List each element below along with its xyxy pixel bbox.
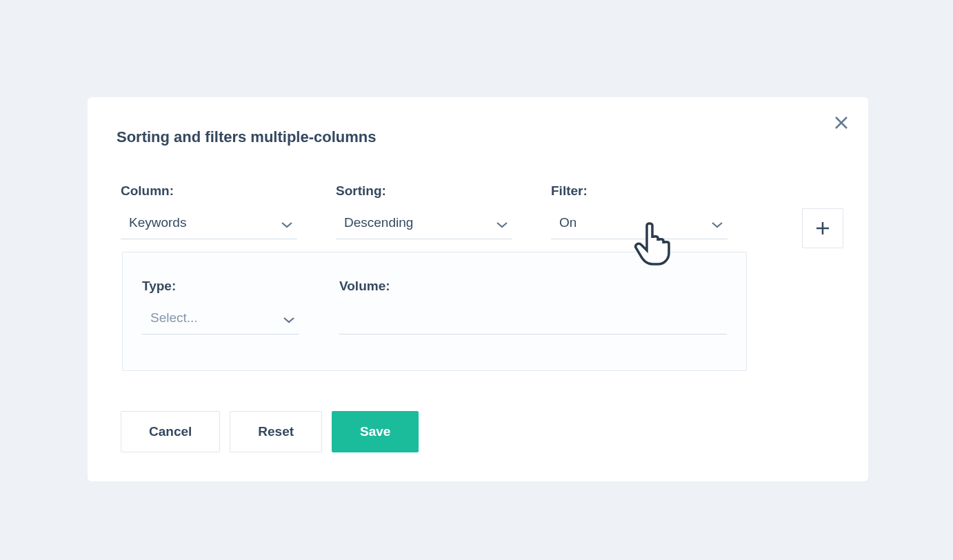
type-label: Type: xyxy=(142,279,299,294)
sorting-value: Descending xyxy=(344,215,413,230)
chevron-down-icon xyxy=(711,219,723,232)
volume-input[interactable] xyxy=(339,306,727,334)
sorting-label: Sorting: xyxy=(336,183,512,199)
chevron-down-icon xyxy=(283,314,295,327)
filter-label: Filter: xyxy=(551,183,728,199)
close-icon xyxy=(834,116,848,130)
column-select[interactable]: Keywords xyxy=(121,211,297,239)
chevron-down-icon xyxy=(496,219,508,232)
sorting-field-group: Sorting: Descending xyxy=(336,183,512,239)
reset-button[interactable]: Reset xyxy=(230,411,322,452)
modal-title: Sorting and filters multiple-columns xyxy=(117,128,835,146)
save-button[interactable]: Save xyxy=(332,411,419,452)
filter-field-group: Filter: On xyxy=(551,183,728,239)
cancel-button[interactable]: Cancel xyxy=(121,411,220,452)
column-field-group: Column: Keywords xyxy=(121,183,297,239)
sorting-select[interactable]: Descending xyxy=(336,211,512,239)
cancel-button-label: Cancel xyxy=(149,424,192,439)
volume-field-group: Volume: xyxy=(339,279,727,334)
type-placeholder: Select... xyxy=(150,310,198,325)
column-value: Keywords xyxy=(129,215,186,230)
filter-value: On xyxy=(559,215,576,230)
type-field-group: Type: Select... xyxy=(142,279,299,334)
action-buttons: Cancel Reset Save xyxy=(121,411,835,452)
reset-button-label: Reset xyxy=(258,424,294,439)
save-button-label: Save xyxy=(360,424,390,439)
filter-detail-panel: Type: Select... Volume: xyxy=(122,252,747,371)
add-row-button[interactable] xyxy=(802,208,843,248)
sorting-filters-modal: Sorting and filters multiple-columns Col… xyxy=(88,97,868,481)
close-button[interactable] xyxy=(834,115,849,130)
volume-label: Volume: xyxy=(339,279,727,294)
chevron-down-icon xyxy=(281,219,293,232)
plus-icon xyxy=(814,220,831,237)
filter-select[interactable]: On xyxy=(551,211,728,239)
column-label: Column: xyxy=(121,183,297,199)
main-row: Column: Keywords Sorting: Descending Fil… xyxy=(121,183,835,239)
type-select[interactable]: Select... xyxy=(142,306,299,334)
